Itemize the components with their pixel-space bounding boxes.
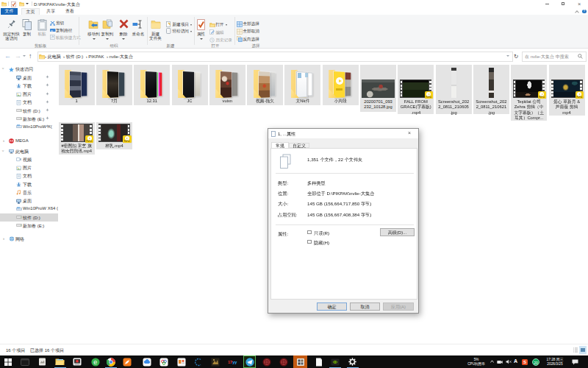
svg-text:e: e — [93, 358, 97, 366]
svg-text:w: w — [51, 28, 53, 32]
